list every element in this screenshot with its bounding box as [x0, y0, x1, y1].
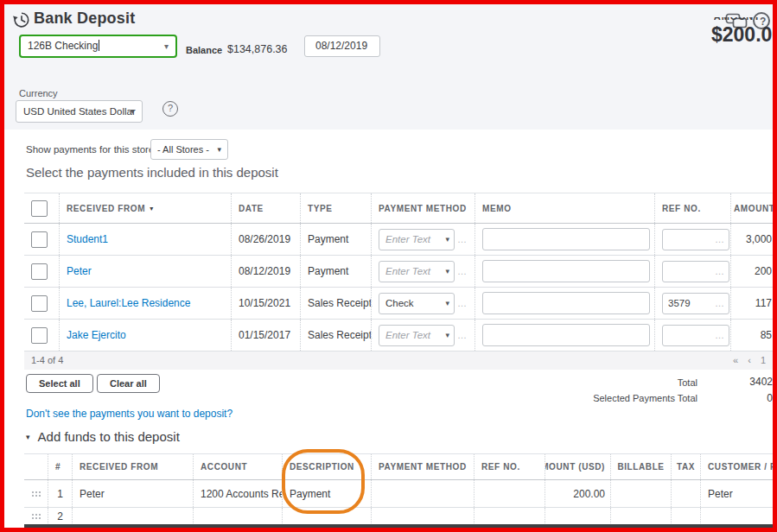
ref-no-field[interactable] [668, 234, 706, 244]
received-from-link[interactable]: Peter [67, 265, 92, 277]
memo-input[interactable] [482, 260, 650, 282]
chevron-down-icon[interactable]: ▾ [445, 299, 449, 307]
currency-value: USD United States Dollar [23, 106, 136, 117]
add-funds-table: #RECEIVED FROMACCOUNTDESCRIPTIONPAYMENT … [24, 453, 777, 525]
ref-no-field[interactable] [668, 298, 706, 308]
received-from-link[interactable]: Lee, Laurel:Lee Residence [67, 297, 190, 309]
missing-payments-link[interactable]: Don't see the payments you want to depos… [26, 408, 232, 420]
drag-handle-icon[interactable] [31, 513, 41, 520]
ref-no-input[interactable]: … [662, 261, 729, 282]
ref-no-cell: … [654, 288, 730, 319]
account-cell[interactable]: 1200 Accounts Receivable [193, 480, 282, 507]
payment-method-input[interactable] [385, 330, 436, 340]
deposit-account-select[interactable]: 126B Checking ▾ [19, 35, 177, 58]
pagination-page[interactable]: 1 [761, 352, 766, 370]
ref-no-cell[interactable] [474, 508, 545, 525]
billable-cell[interactable] [610, 508, 671, 525]
received-from-cell[interactable] [72, 508, 193, 525]
page-title: Bank Deposit [34, 10, 135, 28]
pagination-prev-icon[interactable]: ‹ [748, 352, 751, 370]
payment-row: Student108/26/2019Payment▾……3,000 [24, 224, 777, 256]
deposit-date-input[interactable]: 08/12/2019 [304, 35, 380, 57]
received-from-link[interactable]: Jake Ejercito [67, 329, 126, 341]
memo-input[interactable] [482, 228, 650, 250]
date-cell: 08/12/2019 [231, 256, 300, 287]
tax-cell[interactable] [671, 480, 700, 507]
drag-handle-icon[interactable] [31, 491, 41, 497]
store-filter-select[interactable]: - All Stores - ▾ [150, 139, 228, 160]
payment-method-combo[interactable]: ▾ [379, 261, 455, 282]
text-cursor [99, 40, 99, 51]
row-checkbox[interactable] [31, 231, 48, 248]
tax-cell[interactable] [671, 508, 700, 525]
payment-method-combo[interactable]: ▾ [379, 293, 455, 314]
received-from-cell: Peter [59, 256, 231, 287]
received-from-link[interactable]: Student1 [67, 233, 108, 245]
ref-no-cell: … [654, 256, 730, 287]
column-header-label: BILLABLE [617, 462, 664, 472]
amount-cell[interactable] [545, 508, 610, 525]
clock-arrow-icon[interactable] [12, 10, 31, 29]
store-filter-value: - All Stores - [157, 144, 209, 155]
customer-cell[interactable] [700, 508, 777, 525]
header-checkbox[interactable] [31, 200, 48, 217]
payment-method-input[interactable] [385, 266, 436, 276]
payment-method-input[interactable] [385, 234, 436, 244]
memo-cell [474, 320, 654, 351]
amount-cell[interactable]: 200.00 [545, 480, 610, 507]
date-text: 01/15/2017 [239, 329, 290, 341]
payments-section-heading: Select the payments included in this dep… [26, 165, 278, 180]
date-text: 08/12/2019 [239, 265, 290, 277]
section-collapse-caret-icon[interactable]: ▾ [26, 433, 30, 441]
ref-no-input[interactable]: … [662, 325, 729, 346]
ref-no-field[interactable] [668, 330, 706, 340]
payment-method-cell[interactable] [371, 508, 474, 525]
overflow-ellipsis-icon: … [457, 298, 468, 308]
customer-cell[interactable]: Peter [700, 480, 777, 507]
add-funds-heading[interactable]: ▾ Add funds to this deposit [26, 429, 180, 444]
memo-cell [474, 288, 654, 319]
currency-select[interactable]: USD United States Dollar ▾ [16, 100, 143, 123]
payment-method-combo[interactable]: ▾ [379, 229, 455, 250]
annotation-highlight [282, 449, 365, 514]
select-all-button[interactable]: Select all [26, 374, 93, 393]
column-header-cell: REF NO. [474, 454, 545, 479]
chevron-down-icon[interactable]: ▾ [445, 235, 449, 244]
payment-method-cell[interactable] [371, 480, 474, 507]
amount-text: 85 [761, 329, 772, 341]
payments-pagination-bar: 1-4 of 4 « ‹ 1 [24, 352, 773, 370]
pagination-first-icon[interactable]: « [733, 352, 738, 370]
received-from-cell[interactable]: Peter [72, 480, 193, 507]
amount-text: 200 [755, 265, 772, 277]
column-header-label: RECEIVED FROM [67, 204, 145, 213]
chevron-down-icon[interactable]: ▾ [445, 267, 449, 276]
chevron-down-icon[interactable]: ▾ [445, 331, 449, 339]
memo-input[interactable] [482, 292, 650, 314]
checkbox-cell [24, 256, 59, 287]
ref-no-input[interactable]: … [662, 293, 729, 314]
column-header-cell: CUSTOMER / PROJECT [700, 454, 777, 479]
add-funds-header-row: #RECEIVED FROMACCOUNTDESCRIPTIONPAYMENT … [24, 453, 777, 480]
type-cell: Payment [300, 256, 371, 287]
overflow-ellipsis-icon: … [457, 234, 468, 244]
column-header-cell: # [48, 454, 72, 479]
amount-text: 3,000 [746, 233, 772, 245]
row-checkbox[interactable] [31, 263, 48, 280]
ref-no-cell[interactable] [474, 480, 545, 507]
drag-handle-cell [24, 508, 48, 525]
payment-method-input[interactable] [385, 298, 436, 308]
account-cell[interactable] [193, 508, 282, 525]
payment-method-combo[interactable]: ▾ [379, 325, 455, 346]
billable-cell[interactable] [610, 480, 671, 507]
memo-input[interactable] [482, 324, 650, 346]
clear-all-button[interactable]: Clear all [97, 374, 160, 393]
ref-no-input[interactable]: … [662, 229, 729, 250]
column-header-cell: TAX [671, 454, 700, 479]
checkbox-cell [24, 224, 59, 255]
column-header-label: TYPE [308, 204, 333, 213]
row-checkbox[interactable] [31, 327, 48, 344]
currency-help-icon[interactable]: ? [162, 101, 178, 117]
column-header-cell: BILLABLE [610, 454, 671, 479]
ref-no-field[interactable] [668, 266, 706, 276]
row-checkbox[interactable] [31, 295, 48, 312]
